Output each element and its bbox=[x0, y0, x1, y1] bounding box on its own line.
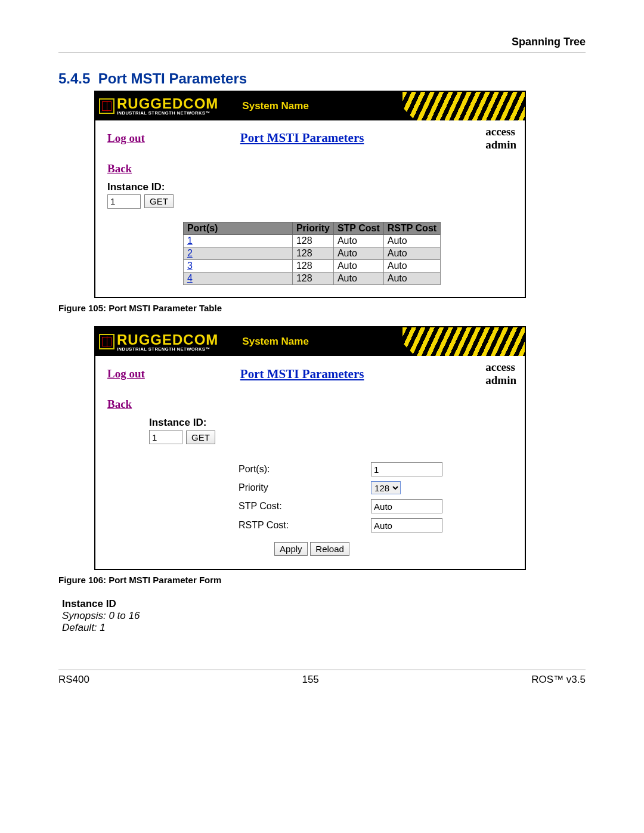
cell-priority: 128 bbox=[292, 272, 333, 285]
footer-left: RS400 bbox=[58, 674, 89, 686]
get-button[interactable]: GET bbox=[144, 194, 174, 208]
brand-icon bbox=[99, 334, 114, 349]
col-priority: Priority bbox=[292, 222, 333, 235]
section-title: 5.4.5 Port MSTI Parameters bbox=[58, 70, 586, 87]
cell-priority: 128 bbox=[292, 235, 333, 247]
cell-stp: Auto bbox=[333, 260, 383, 272]
table-row: 1 128 Auto Auto bbox=[183, 235, 440, 247]
instance-id-input[interactable] bbox=[149, 430, 182, 444]
chapter-header: Spanning Tree bbox=[58, 36, 586, 52]
cell-rstp: Auto bbox=[383, 272, 440, 285]
brand-logo: RUGGEDCOM INDUSTRIAL STRENGTH NETWORKS™ bbox=[95, 327, 218, 356]
port-link[interactable]: 2 bbox=[187, 248, 193, 258]
cell-priority: 128 bbox=[292, 260, 333, 272]
section-number: 5.4.5 bbox=[58, 70, 90, 86]
system-name-label: System Name bbox=[242, 100, 309, 112]
port-link[interactable]: 1 bbox=[187, 236, 193, 246]
rstp-cost-input[interactable] bbox=[371, 518, 442, 532]
parameter-block: Instance ID Synopsis: 0 to 16 Default: 1 bbox=[62, 598, 586, 634]
cell-priority: 128 bbox=[292, 247, 333, 260]
cell-stp: Auto bbox=[333, 235, 383, 247]
table-row: 4 128 Auto Auto bbox=[183, 272, 440, 285]
cell-rstp: Auto bbox=[383, 247, 440, 260]
instance-id-label: Instance ID: bbox=[149, 417, 516, 429]
brand-icon bbox=[99, 98, 114, 114]
get-button[interactable]: GET bbox=[186, 431, 215, 444]
cell-stp: Auto bbox=[333, 272, 383, 285]
figure-105-caption: Figure 105: Port MSTI Parameter Table bbox=[58, 303, 586, 313]
cell-rstp: Auto bbox=[383, 235, 440, 247]
instance-id-label: Instance ID: bbox=[107, 181, 516, 193]
footer-center: 155 bbox=[302, 674, 318, 686]
back-link[interactable]: Back bbox=[107, 398, 132, 411]
back-link[interactable]: Back bbox=[107, 162, 132, 175]
header-stripe bbox=[388, 92, 525, 120]
header-stripe bbox=[388, 327, 525, 356]
access-info: access admin bbox=[485, 361, 516, 387]
figure-106-panel: RUGGEDCOM INDUSTRIAL STRENGTH NETWORKS™ … bbox=[94, 326, 526, 570]
msti-table: Port(s) Priority STP Cost RSTP Cost 1 12… bbox=[183, 222, 441, 286]
port-link[interactable]: 4 bbox=[187, 273, 193, 283]
cell-stp: Auto bbox=[333, 247, 383, 260]
msti-form: Port(s): Priority 128 STP Cost: RSTP Cos… bbox=[239, 462, 516, 532]
col-stp: STP Cost bbox=[333, 222, 383, 235]
logout-link[interactable]: Log out bbox=[107, 367, 145, 380]
brand-name: RUGGEDCOM bbox=[117, 97, 218, 111]
priority-label: Priority bbox=[239, 482, 363, 493]
brand-tagline: INDUSTRIAL STRENGTH NETWORKS™ bbox=[117, 347, 218, 352]
ports-input[interactable] bbox=[371, 462, 442, 476]
stp-cost-label: STP Cost: bbox=[239, 501, 363, 512]
col-rstp: RSTP Cost bbox=[383, 222, 440, 235]
parameter-name: Instance ID bbox=[62, 598, 586, 610]
priority-select[interactable]: 128 bbox=[371, 481, 401, 494]
access-role: admin bbox=[485, 374, 516, 387]
access-line: access bbox=[485, 361, 516, 374]
parameter-default: Default: 1 bbox=[62, 622, 586, 634]
apply-button[interactable]: Apply bbox=[274, 542, 308, 556]
system-name-label: System Name bbox=[242, 336, 309, 348]
reload-button[interactable]: Reload bbox=[310, 542, 349, 556]
cell-rstp: Auto bbox=[383, 260, 440, 272]
brand-logo: RUGGEDCOM INDUSTRIAL STRENGTH NETWORKS™ bbox=[95, 92, 218, 120]
logout-link[interactable]: Log out bbox=[107, 132, 145, 145]
table-row: 3 128 Auto Auto bbox=[183, 260, 440, 272]
brand-name: RUGGEDCOM bbox=[117, 333, 218, 347]
ports-label: Port(s): bbox=[239, 464, 363, 475]
page-title-link[interactable]: Port MSTI Parameters bbox=[240, 131, 364, 145]
brand-tagline: INDUSTRIAL STRENGTH NETWORKS™ bbox=[117, 111, 218, 116]
page-title-link[interactable]: Port MSTI Parameters bbox=[240, 367, 364, 382]
instance-id-input[interactable] bbox=[107, 194, 141, 209]
figure-106-caption: Figure 106: Port MSTI Parameter Form bbox=[58, 575, 586, 585]
col-ports: Port(s) bbox=[183, 222, 292, 235]
stp-cost-input[interactable] bbox=[371, 499, 442, 513]
access-role: admin bbox=[485, 138, 516, 151]
section-name: Port MSTI Parameters bbox=[98, 70, 247, 86]
table-row: 2 128 Auto Auto bbox=[183, 247, 440, 260]
panel-header: RUGGEDCOM INDUSTRIAL STRENGTH NETWORKS™ … bbox=[95, 327, 525, 356]
footer-right: ROS™ v3.5 bbox=[531, 674, 586, 686]
page-footer: RS400 155 ROS™ v3.5 bbox=[58, 670, 586, 686]
panel-header: RUGGEDCOM INDUSTRIAL STRENGTH NETWORKS™ … bbox=[95, 92, 525, 120]
port-link[interactable]: 3 bbox=[187, 261, 193, 271]
rstp-cost-label: RSTP Cost: bbox=[239, 520, 363, 531]
access-line: access bbox=[485, 125, 516, 138]
figure-105-panel: RUGGEDCOM INDUSTRIAL STRENGTH NETWORKS™ … bbox=[94, 91, 526, 298]
parameter-synopsis: Synopsis: 0 to 16 bbox=[62, 610, 586, 622]
access-info: access admin bbox=[485, 125, 516, 151]
